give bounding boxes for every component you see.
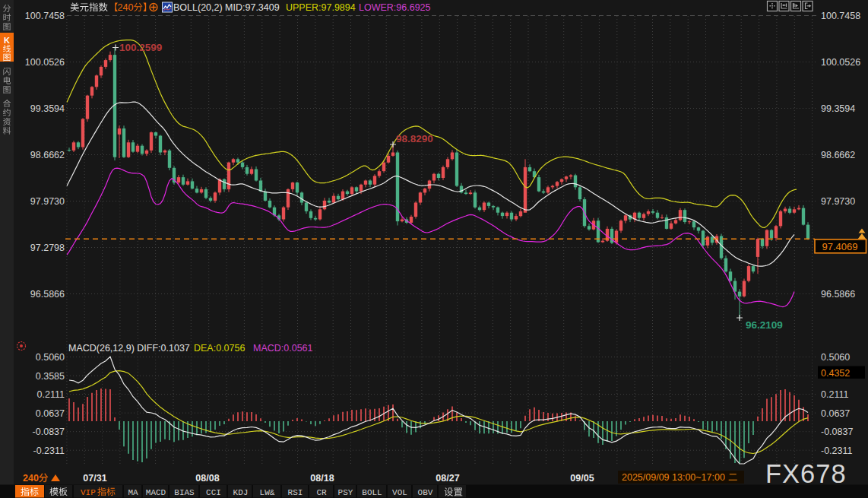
svg-text:97.9730: 97.9730 [30, 196, 65, 207]
svg-text:100.2599: 100.2599 [119, 42, 162, 53]
svg-text:OBV: OBV [418, 488, 433, 497]
svg-text:-0.2311: -0.2311 [33, 446, 65, 456]
svg-text:99.3594: 99.3594 [30, 103, 65, 114]
svg-text:MA: MA [128, 488, 138, 497]
svg-text:DEA:0.0756: DEA:0.0756 [194, 343, 245, 354]
svg-text:BOLL: BOLL [362, 488, 382, 497]
svg-text:FX678: FX678 [765, 459, 847, 488]
svg-text:0.0637: 0.0637 [821, 408, 850, 419]
svg-text:09/05: 09/05 [570, 473, 594, 484]
svg-text:0.5060: 0.5060 [821, 352, 850, 363]
svg-text:0.2111: 0.2111 [37, 389, 65, 400]
svg-text:CCI: CCI [206, 488, 221, 497]
svg-text:100.7458: 100.7458 [821, 11, 860, 21]
svg-text:98.6662: 98.6662 [821, 150, 855, 160]
svg-text:BIAS: BIAS [174, 488, 195, 497]
svg-text:08/18: 08/18 [310, 473, 334, 484]
svg-text:100.7458: 100.7458 [25, 11, 65, 21]
svg-text:MACD(26,12,9) DIFF:0.1037: MACD(26,12,9) DIFF:0.1037 [68, 343, 190, 354]
svg-text:K: K [4, 36, 10, 45]
svg-text:240: 240 [23, 473, 39, 484]
svg-text:100.0526: 100.0526 [821, 57, 860, 68]
svg-text:96.5866: 96.5866 [821, 289, 855, 300]
svg-text:07/31: 07/31 [83, 473, 106, 484]
svg-text:0.3585: 0.3585 [36, 371, 65, 382]
svg-text:98.8290: 98.8290 [396, 133, 433, 144]
svg-text:RSI: RSI [288, 488, 303, 497]
svg-text:-0.0837: -0.0837 [33, 427, 65, 437]
svg-text:0.5060: 0.5060 [36, 352, 65, 363]
svg-text:96.2109: 96.2109 [746, 319, 783, 331]
svg-text:PSY: PSY [338, 488, 353, 497]
svg-text:LOWER:96.6925: LOWER:96.6925 [359, 2, 431, 13]
svg-text:0.2111: 0.2111 [821, 389, 848, 400]
svg-text:LW&: LW& [260, 488, 275, 497]
svg-text:MACD: MACD [146, 488, 166, 497]
svg-text:0.4352: 0.4352 [821, 368, 850, 379]
svg-text:CR: CR [316, 488, 327, 497]
svg-text:97.2798: 97.2798 [30, 243, 65, 253]
svg-text:97.9730: 97.9730 [821, 196, 855, 207]
svg-text:2025/09/09 13:00~17:00: 2025/09/09 13:00~17:00 [622, 472, 725, 483]
svg-text:BOLL(20,2) MID:97.3409: BOLL(20,2) MID:97.3409 [173, 2, 280, 13]
svg-text:98.6662: 98.6662 [30, 150, 65, 160]
svg-text:KDJ: KDJ [233, 488, 249, 497]
svg-text:VIP: VIP [81, 488, 96, 497]
svg-text:99.3594: 99.3594 [821, 103, 855, 114]
svg-text:MACD:0.0561: MACD:0.0561 [253, 343, 313, 354]
svg-text:08/08: 08/08 [195, 473, 219, 484]
svg-text:UPPER:97.9894: UPPER:97.9894 [286, 2, 356, 13]
svg-text:97.4069: 97.4069 [822, 241, 858, 252]
svg-text:96.5866: 96.5866 [30, 289, 65, 300]
svg-text:08/27: 08/27 [436, 473, 459, 484]
svg-text:240: 240 [118, 2, 134, 13]
svg-text:VOL: VOL [392, 488, 407, 497]
svg-text:0.0637: 0.0637 [36, 408, 65, 419]
svg-text:-0.0837: -0.0837 [821, 427, 853, 437]
svg-text:-0.2311: -0.2311 [821, 446, 853, 456]
svg-text:100.0526: 100.0526 [25, 57, 65, 68]
